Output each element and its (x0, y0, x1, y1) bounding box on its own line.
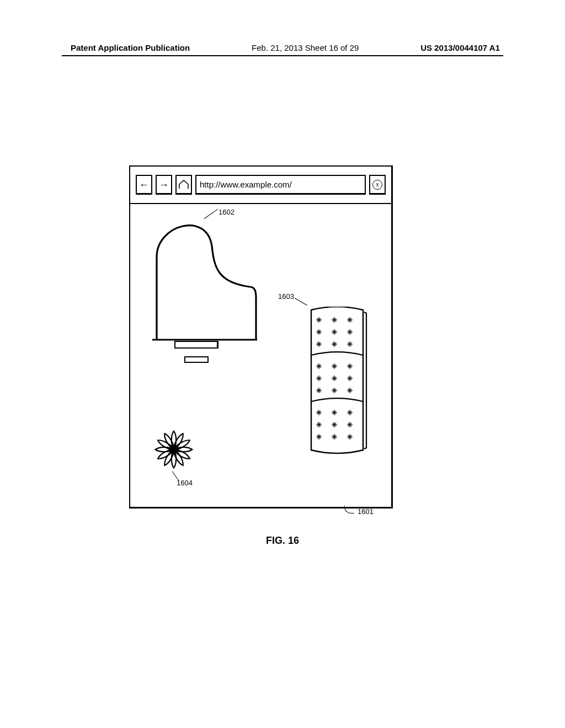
ref-1604: 1604 (177, 479, 193, 487)
forward-button[interactable]: → (156, 175, 172, 195)
address-bar[interactable]: http://www.example.com/ (195, 175, 366, 195)
piano-bench (184, 356, 209, 363)
close-icon: x (372, 180, 382, 190)
ref-1603: 1603 (278, 292, 294, 301)
stop-button[interactable]: x (369, 175, 386, 195)
flower-illustration (153, 429, 194, 470)
ref-1601: 1601 (358, 507, 374, 516)
leader-line-1603 (295, 298, 307, 306)
figure-16: ← → http://www.example.com/ x (129, 165, 393, 508)
figure-caption: FIG. 16 (0, 535, 565, 547)
leader-line-1601 (344, 506, 354, 513)
header-left: Patent Application Publication (71, 43, 190, 52)
home-button[interactable] (175, 175, 192, 195)
arrow-right-icon: → (159, 180, 169, 190)
back-button[interactable]: ← (136, 175, 152, 195)
header-rule (62, 55, 503, 56)
flower-icon (153, 429, 194, 470)
header-right: US 2013/0044107 A1 (420, 43, 500, 52)
browser-toolbar: ← → http://www.example.com/ x (130, 167, 391, 204)
home-icon (178, 180, 189, 190)
ref-1602: 1602 (218, 208, 234, 216)
url-text: http://www.example.com/ (200, 180, 292, 189)
piano-illustration (147, 214, 257, 341)
header-mid: Feb. 21, 2013 Sheet 16 of 29 (252, 43, 359, 52)
browser-window: ← → http://www.example.com/ x (129, 165, 393, 508)
arrow-left-icon: ← (139, 180, 149, 190)
page-header: Patent Application Publication Feb. 21, … (0, 43, 565, 52)
shelf-illustration (307, 307, 367, 456)
piano-keys (174, 341, 218, 349)
